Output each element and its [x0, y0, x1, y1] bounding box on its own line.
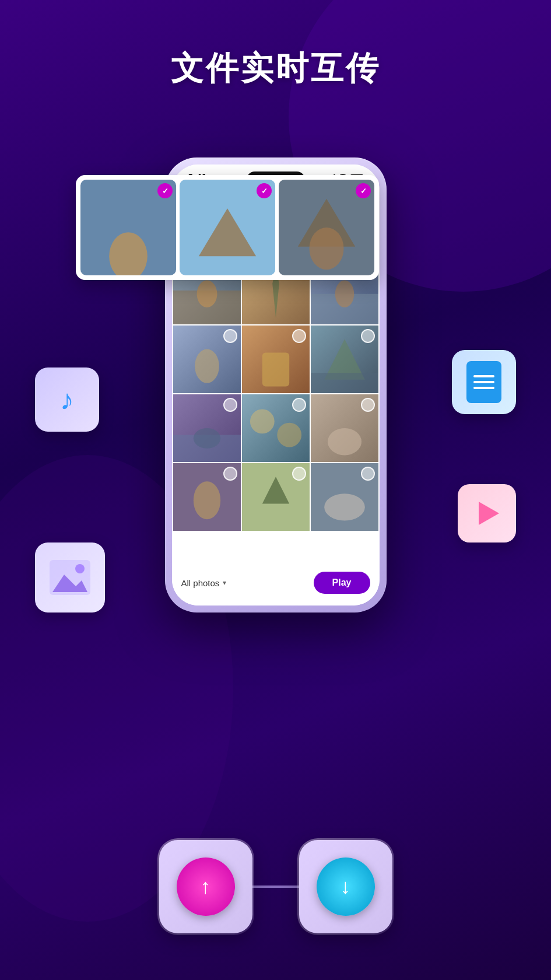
document-icon	[466, 361, 501, 403]
phone-bottom-bar: All photos ▾ Play	[172, 565, 380, 606]
photo-cell[interactable]	[173, 326, 241, 393]
all-photos-button[interactable]: All photos ▾	[181, 578, 227, 588]
bottom-buttons-container: ↑ ↓	[0, 840, 551, 933]
check-circle-unselected	[292, 329, 306, 343]
photo-cell[interactable]	[173, 394, 241, 462]
photo-cell[interactable]	[242, 463, 310, 531]
svg-point-17	[335, 281, 353, 307]
play-triangle-icon	[479, 502, 499, 525]
svg-point-34	[193, 481, 220, 519]
svg-point-27	[193, 428, 220, 449]
svg-point-45	[309, 228, 343, 270]
doc-line-3	[473, 387, 494, 389]
check-circle-unselected	[292, 398, 306, 412]
page-title: 文件实时互传	[0, 47, 551, 91]
music-card: ♪	[35, 368, 99, 432]
popup-check-icon: ✓	[356, 183, 371, 198]
popup-photo-1: ✓	[80, 180, 176, 275]
upload-wrapper: ↑	[159, 840, 252, 933]
upload-arrow-icon: ↑	[201, 874, 211, 899]
photo-icon	[50, 560, 90, 595]
check-circle-unselected	[361, 398, 375, 412]
download-card: ↓	[299, 840, 392, 933]
check-circle-unselected	[292, 467, 306, 481]
svg-point-29	[250, 410, 274, 434]
photo-cell[interactable]	[173, 463, 241, 531]
popup-check-icon: ✓	[257, 183, 272, 198]
svg-point-19	[195, 349, 219, 383]
music-note-icon: ♪	[60, 384, 74, 416]
upload-button[interactable]: ↑	[177, 858, 235, 916]
svg-rect-21	[262, 352, 289, 386]
check-circle-unselected	[223, 329, 237, 343]
photo-card	[35, 542, 105, 612]
document-card	[452, 350, 516, 414]
download-arrow-icon: ↓	[341, 874, 351, 899]
photo-cell[interactable]	[311, 394, 378, 462]
download-button[interactable]: ↓	[317, 858, 375, 916]
popup-check-icon: ✓	[157, 183, 173, 198]
check-circle-unselected	[223, 398, 237, 412]
svg-point-30	[277, 423, 301, 447]
play-button[interactable]: Play	[314, 572, 370, 594]
doc-line-1	[473, 375, 494, 377]
doc-line-2	[473, 381, 494, 383]
svg-point-32	[328, 428, 362, 455]
upload-card: ↑	[159, 840, 252, 933]
popup-photo-2: ✓	[180, 180, 275, 275]
check-circle-unselected	[361, 467, 375, 481]
svg-point-12	[196, 281, 217, 307]
photo-cell[interactable]	[311, 326, 378, 393]
download-wrapper: ↓	[299, 840, 392, 933]
selected-photos-popup: ✓ ✓ ✓	[76, 175, 379, 280]
video-card	[458, 484, 516, 542]
photo-cell[interactable]	[242, 394, 310, 462]
check-circle-unselected	[223, 467, 237, 481]
photo-cell[interactable]	[311, 463, 378, 531]
svg-point-47	[75, 564, 85, 573]
dropdown-arrow-icon: ▾	[223, 579, 226, 587]
check-circle-unselected	[361, 329, 375, 343]
photo-cell[interactable]	[242, 326, 310, 393]
svg-rect-24	[311, 373, 378, 393]
popup-photo-3: ✓	[279, 180, 374, 275]
svg-point-38	[324, 494, 365, 520]
all-photos-label: All photos	[181, 578, 220, 588]
